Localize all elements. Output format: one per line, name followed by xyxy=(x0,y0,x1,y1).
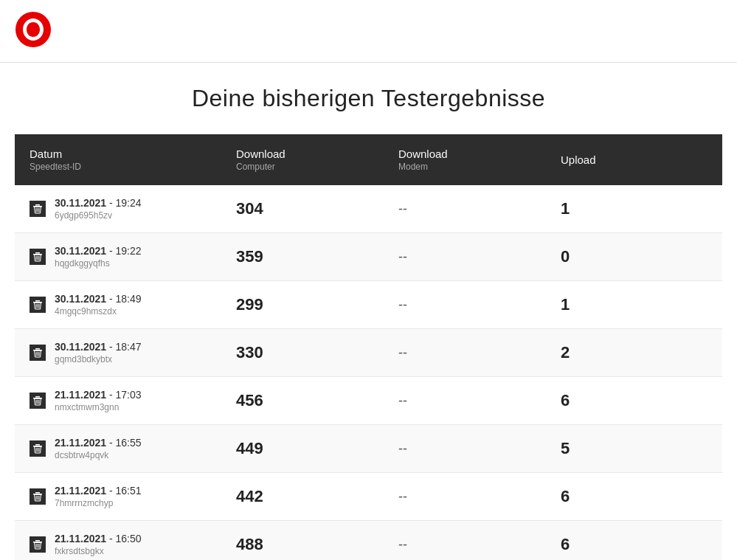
table-row: 30.11.2021 - 19:22 hqgdkggyqfhs 359--0 xyxy=(15,233,722,281)
table-header: Datum Speedtest-ID Download Computer Dow… xyxy=(15,134,722,185)
table-row: 30.11.2021 - 19:24 6ydgp695h5zv 304--1 xyxy=(15,185,722,233)
cell-download-modem: -- xyxy=(384,521,546,561)
delete-button[interactable] xyxy=(30,297,46,313)
delete-button[interactable] xyxy=(30,249,46,265)
date-bold: 30.11.2021 xyxy=(55,197,106,209)
main-content: Deine bisherigen Testergebnisse Datum Sp… xyxy=(0,63,737,560)
date-primary: 21.11.2021 - 16:55 xyxy=(55,437,142,449)
svg-rect-32 xyxy=(35,492,40,494)
speedtest-id: 7hmrrnzmchyp xyxy=(55,498,142,508)
trash-icon xyxy=(32,539,43,550)
date-info: 30.11.2021 - 19:22 hqgdkggyqfhs xyxy=(55,245,142,269)
cell-download-computer: 330 xyxy=(221,329,384,377)
svg-rect-2 xyxy=(35,204,40,206)
date-info: 21.11.2021 - 16:50 fxkrsdtsbgkx xyxy=(55,533,142,556)
cell-upload: 6 xyxy=(546,377,722,425)
delete-button[interactable] xyxy=(30,393,46,409)
date-bold: 21.11.2021 xyxy=(55,437,106,449)
speedtest-id: 4mgqc9hmszdx xyxy=(55,306,142,317)
table-header-row: Datum Speedtest-ID Download Computer Dow… xyxy=(15,134,722,185)
delete-button[interactable] xyxy=(30,536,46,553)
cell-download-computer: 488 xyxy=(221,521,384,561)
svg-rect-17 xyxy=(35,348,40,350)
cell-upload: 2 xyxy=(546,329,722,377)
svg-point-0 xyxy=(15,12,51,47)
date-primary: 21.11.2021 - 16:51 xyxy=(55,485,142,497)
trash-icon xyxy=(32,443,43,454)
table-row: 30.11.2021 - 18:47 gqmd3bdkybtx 330--2 xyxy=(15,329,722,377)
date-info: 30.11.2021 - 18:47 gqmd3bdkybtx xyxy=(55,341,142,364)
date-primary: 30.11.2021 - 19:24 xyxy=(55,197,142,209)
date-bold: 30.11.2021 xyxy=(55,293,106,305)
cell-download-modem: -- xyxy=(384,185,546,233)
svg-rect-37 xyxy=(35,540,40,542)
header xyxy=(0,0,737,63)
svg-rect-22 xyxy=(35,396,40,398)
delete-button[interactable] xyxy=(30,488,46,505)
cell-upload: 5 xyxy=(546,425,722,473)
cell-download-computer: 304 xyxy=(221,185,384,233)
trash-icon xyxy=(32,395,43,406)
date-info: 21.11.2021 - 16:51 7hmrrnzmchyp xyxy=(55,485,142,508)
speedtest-id: 6ydgp695h5zv xyxy=(55,210,142,221)
page-title: Deine bisherigen Testergebnisse xyxy=(15,85,722,112)
col-header-download-modem: Download Modem xyxy=(384,134,546,185)
table-row: 21.11.2021 - 17:03 nmxctmwm3gnn 456--6 xyxy=(15,377,722,425)
svg-rect-12 xyxy=(35,300,40,302)
cell-datum: 21.11.2021 - 16:50 fxkrsdtsbgkx xyxy=(15,521,221,561)
cell-download-modem: -- xyxy=(384,281,546,329)
delete-button[interactable] xyxy=(30,201,46,217)
table-body: 30.11.2021 - 19:24 6ydgp695h5zv 304--1 3 xyxy=(15,185,722,560)
svg-rect-27 xyxy=(35,444,40,446)
cell-download-modem: -- xyxy=(384,377,546,425)
cell-download-computer: 456 xyxy=(221,377,384,425)
cell-download-computer: 359 xyxy=(221,233,384,281)
speedtest-id: dcsbtrw4pqvk xyxy=(55,450,142,460)
col-header-download-computer: Download Computer xyxy=(221,134,384,185)
trash-icon xyxy=(32,204,43,214)
date-info: 21.11.2021 - 17:03 nmxctmwm3gnn xyxy=(55,389,142,412)
cell-datum: 21.11.2021 - 16:51 7hmrrnzmchyp xyxy=(15,473,221,521)
cell-datum: 21.11.2021 - 17:03 nmxctmwm3gnn xyxy=(15,377,221,425)
cell-download-modem: -- xyxy=(384,425,546,473)
table-row: 21.11.2021 - 16:51 7hmrrnzmchyp 442--6 xyxy=(15,473,722,521)
cell-download-modem: -- xyxy=(384,233,546,281)
cell-upload: 6 xyxy=(546,521,722,561)
date-primary: 21.11.2021 - 17:03 xyxy=(55,389,142,401)
cell-download-modem: -- xyxy=(384,329,546,377)
cell-datum: 30.11.2021 - 19:22 hqgdkggyqfhs xyxy=(15,233,221,281)
cell-upload: 6 xyxy=(546,473,722,521)
speedtest-id: nmxctmwm3gnn xyxy=(55,402,142,412)
date-primary: 30.11.2021 - 18:47 xyxy=(55,341,142,353)
speedtest-id: fxkrsdtsbgkx xyxy=(55,546,142,556)
cell-upload: 0 xyxy=(546,233,722,281)
cell-datum: 21.11.2021 - 16:55 dcsbtrw4pqvk xyxy=(15,425,221,473)
svg-rect-7 xyxy=(35,252,40,254)
cell-datum: 30.11.2021 - 18:49 4mgqc9hmszdx xyxy=(15,281,221,329)
cell-upload: 1 xyxy=(546,185,722,233)
table-row: 21.11.2021 - 16:50 fxkrsdtsbgkx 488--6 xyxy=(15,521,722,561)
delete-button[interactable] xyxy=(30,345,46,361)
cell-download-computer: 449 xyxy=(221,425,384,473)
table-row: 21.11.2021 - 16:55 dcsbtrw4pqvk 449--5 xyxy=(15,425,722,473)
trash-icon xyxy=(32,348,43,358)
date-primary: 30.11.2021 - 19:22 xyxy=(55,245,142,257)
cell-download-computer: 442 xyxy=(221,473,384,521)
date-bold: 30.11.2021 xyxy=(55,245,106,257)
col-header-datum: Datum Speedtest-ID xyxy=(15,134,221,185)
delete-button[interactable] xyxy=(30,440,46,457)
speedtest-id: hqgdkggyqfhs xyxy=(55,258,142,269)
cell-upload: 1 xyxy=(546,281,722,329)
trash-icon xyxy=(32,300,43,310)
date-bold: 30.11.2021 xyxy=(55,341,106,353)
date-primary: 21.11.2021 - 16:50 xyxy=(55,533,142,545)
cell-datum: 30.11.2021 - 18:47 gqmd3bdkybtx xyxy=(15,329,221,377)
cell-download-modem: -- xyxy=(384,473,546,521)
table-row: 30.11.2021 - 18:49 4mgqc9hmszdx 299--1 xyxy=(15,281,722,329)
trash-icon xyxy=(32,252,43,262)
trash-icon xyxy=(32,491,43,502)
results-table: Datum Speedtest-ID Download Computer Dow… xyxy=(15,134,722,560)
date-primary: 30.11.2021 - 18:49 xyxy=(55,293,142,305)
cell-datum: 30.11.2021 - 19:24 6ydgp695h5zv xyxy=(15,185,221,233)
date-info: 30.11.2021 - 18:49 4mgqc9hmszdx xyxy=(55,293,142,317)
